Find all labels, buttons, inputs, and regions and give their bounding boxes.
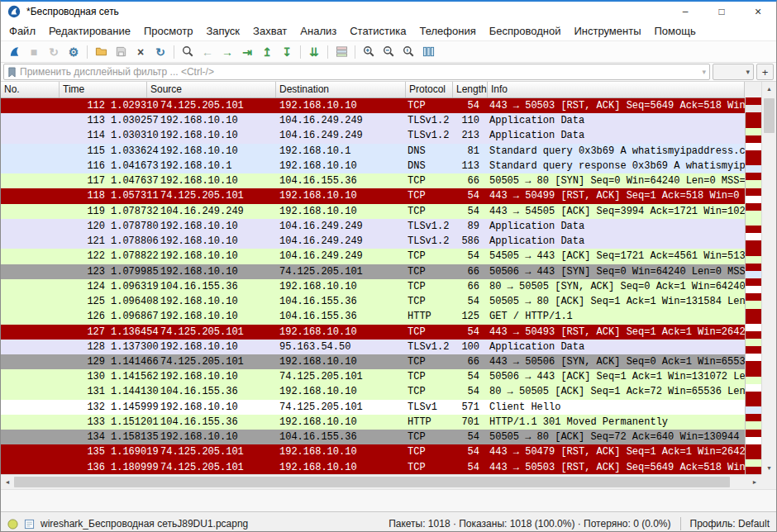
- column-header-time[interactable]: Time: [60, 82, 147, 97]
- maximize-button[interactable]: □: [703, 2, 740, 21]
- packet-row-114[interactable]: 1141.030310192.168.10.10104.16.249.249TL…: [1, 128, 745, 143]
- menu-item-telephony[interactable]: Телефония: [412, 22, 482, 40]
- column-header-protocol[interactable]: Protocol: [406, 82, 453, 97]
- scroll-down-arrow[interactable]: ▼: [762, 461, 776, 474]
- find-packet-button[interactable]: [178, 43, 198, 61]
- packet-row-123[interactable]: 1231.079985192.168.10.1074.125.205.101TC…: [1, 264, 745, 279]
- save-file-button[interactable]: [111, 43, 131, 61]
- packet-row-121[interactable]: 1211.078806192.168.10.10104.16.249.249TL…: [1, 234, 745, 249]
- filter-bookmark-icon[interactable]: [7, 67, 17, 78]
- packet-row-128[interactable]: 1281.137300192.168.10.1095.163.54.50TLSv…: [1, 340, 745, 354]
- packet-row-125[interactable]: 1251.096408192.168.10.10104.16.155.36TCP…: [1, 294, 745, 309]
- restart-capture-button[interactable]: ↻: [44, 43, 64, 61]
- menu-item-edit[interactable]: Редактирование: [42, 22, 137, 40]
- packet-row-134[interactable]: 1341.158135192.168.10.10104.16.155.36TCP…: [1, 430, 745, 444]
- cell-time: 1.180999: [108, 460, 159, 475]
- menu-item-analyze[interactable]: Анализ: [293, 22, 343, 40]
- auto-scroll-button[interactable]: ⇊: [304, 43, 324, 61]
- minimap-stripe: [746, 377, 761, 384]
- cell-no: 125: [1, 294, 108, 309]
- zoom-in-button[interactable]: [359, 43, 379, 61]
- horizontal-scroll-thumb[interactable]: [14, 477, 730, 487]
- packet-row-135[interactable]: 1351.16901974.125.205.101192.168.10.10TC…: [1, 444, 745, 459]
- packet-row-129[interactable]: 1291.14146674.125.205.101192.168.10.10TC…: [1, 354, 745, 369]
- packet-row-124[interactable]: 1241.096319104.16.155.36192.168.10.10TCP…: [1, 279, 745, 294]
- packet-row-130[interactable]: 1301.141562192.168.10.1074.125.205.101TC…: [1, 369, 745, 384]
- cell-proto: DNS: [404, 159, 451, 173]
- capture-options-button[interactable]: ⚙: [64, 43, 83, 61]
- packet-row-131[interactable]: 1311.144130104.16.155.36192.168.10.10TCP…: [1, 384, 745, 399]
- packet-row-120[interactable]: 1201.078780192.168.10.10104.16.249.249TL…: [1, 219, 745, 234]
- packet-row-133[interactable]: 1331.151201104.16.155.36192.168.10.10HTT…: [1, 415, 745, 430]
- minimap-stripe: [746, 135, 761, 143]
- start-capture-button[interactable]: [4, 43, 24, 61]
- scroll-left-arrow[interactable]: ◄: [1, 475, 14, 489]
- packet-row-119[interactable]: 1191.078732104.16.249.249192.168.10.10TC…: [1, 204, 745, 219]
- close-button[interactable]: ×: [740, 2, 776, 21]
- colorize-button[interactable]: [331, 43, 351, 61]
- packet-row-136[interactable]: 1361.18099974.125.205.101192.168.10.10TC…: [1, 460, 745, 475]
- menu-item-statistics[interactable]: Статистика: [343, 22, 412, 40]
- go-to-packet-button[interactable]: ⇥: [237, 43, 257, 61]
- zoom-out-button[interactable]: [379, 43, 398, 61]
- collapsed-pane: [1, 489, 776, 511]
- wireshark-window: *Беспроводная сеть – □ × ФайлРедактирова…: [0, 0, 777, 532]
- column-header-info[interactable]: Info: [488, 82, 745, 97]
- cell-no: 114: [1, 128, 108, 143]
- menu-item-tools[interactable]: Инструменты: [567, 22, 647, 40]
- packet-row-117[interactable]: 1171.047637192.168.10.10104.16.155.36TCP…: [1, 173, 745, 188]
- packet-row-118[interactable]: 1181.05731174.125.205.101192.168.10.10TC…: [1, 188, 745, 203]
- scroll-up-arrow[interactable]: ▲: [762, 82, 776, 95]
- stop-capture-button[interactable]: ■: [24, 43, 44, 61]
- cell-info: GET / HTTP/1.1: [484, 309, 745, 324]
- packet-row-112[interactable]: 1121.02931074.125.205.101192.168.10.10TC…: [1, 98, 745, 113]
- column-header-source[interactable]: Source: [147, 82, 276, 97]
- go-back-button[interactable]: ←: [198, 43, 217, 61]
- vertical-scrollbar[interactable]: ▲ ▼: [761, 82, 776, 474]
- filter-expression-combo[interactable]: ▾: [713, 64, 754, 80]
- zoom-original-button[interactable]: [398, 43, 418, 61]
- go-first-button[interactable]: ↥: [257, 43, 277, 61]
- column-header-length[interactable]: Length: [453, 82, 488, 97]
- packet-row-113[interactable]: 1131.030257192.168.10.10104.16.249.249TL…: [1, 113, 745, 128]
- menu-item-capture[interactable]: Захват: [246, 22, 293, 40]
- cell-time: 1.144130: [108, 384, 159, 399]
- capture-comment-icon[interactable]: [24, 519, 35, 530]
- packet-row-116[interactable]: 1161.041673192.168.10.1192.168.10.10DNS1…: [1, 159, 745, 173]
- cell-proto: DNS: [404, 144, 451, 159]
- packet-row-126[interactable]: 1261.096867192.168.10.10104.16.155.36HTT…: [1, 309, 745, 324]
- close-file-button[interactable]: ×: [131, 43, 150, 61]
- reload-file-button[interactable]: ↻: [150, 43, 170, 61]
- column-header-no[interactable]: No.: [1, 82, 60, 97]
- profile-label[interactable]: Профиль: Default: [690, 518, 770, 530]
- cell-time: 1.096408: [108, 294, 159, 309]
- cell-time: 1.136454: [108, 325, 159, 340]
- cell-src: 74.125.205.101: [159, 444, 276, 459]
- go-forward-button[interactable]: →: [217, 43, 237, 61]
- minimap-stripe: [746, 264, 761, 271]
- menu-item-help[interactable]: Помощь: [648, 22, 703, 40]
- display-filter-input[interactable]: [20, 66, 698, 78]
- menu-item-go[interactable]: Запуск: [199, 22, 246, 40]
- minimize-button[interactable]: –: [667, 2, 703, 21]
- packet-row-122[interactable]: 1221.078822192.168.10.10104.16.249.249TC…: [1, 249, 745, 264]
- resize-columns-button[interactable]: [418, 43, 438, 61]
- filter-bar: ▾ ▾ +: [1, 63, 776, 82]
- packet-row-115[interactable]: 1151.033624192.168.10.10192.168.10.1DNS8…: [1, 144, 745, 159]
- display-filter-field[interactable]: ▾: [3, 64, 710, 80]
- horizontal-scrollbar[interactable]: ◄ ►: [1, 474, 761, 489]
- minimap-stripe: [746, 188, 761, 196]
- menu-item-view[interactable]: Просмотр: [137, 22, 199, 40]
- vertical-scroll-thumb[interactable]: [764, 98, 775, 133]
- expert-info-icon[interactable]: [7, 519, 18, 530]
- menu-item-file[interactable]: Файл: [2, 22, 42, 40]
- open-file-button[interactable]: [91, 43, 111, 61]
- go-last-button[interactable]: ↧: [277, 43, 297, 61]
- filter-history-dropdown-icon[interactable]: ▾: [702, 68, 706, 76]
- scroll-right-arrow[interactable]: ►: [748, 475, 761, 489]
- column-header-destination[interactable]: Destination: [276, 82, 406, 97]
- menu-item-wireless[interactable]: Беспроводной: [483, 22, 568, 40]
- filter-add-button[interactable]: +: [756, 64, 774, 80]
- packet-row-127[interactable]: 1271.13645474.125.205.101192.168.10.10TC…: [1, 325, 745, 340]
- packet-row-132[interactable]: 1321.145999192.168.10.1074.125.205.101TL…: [1, 400, 745, 415]
